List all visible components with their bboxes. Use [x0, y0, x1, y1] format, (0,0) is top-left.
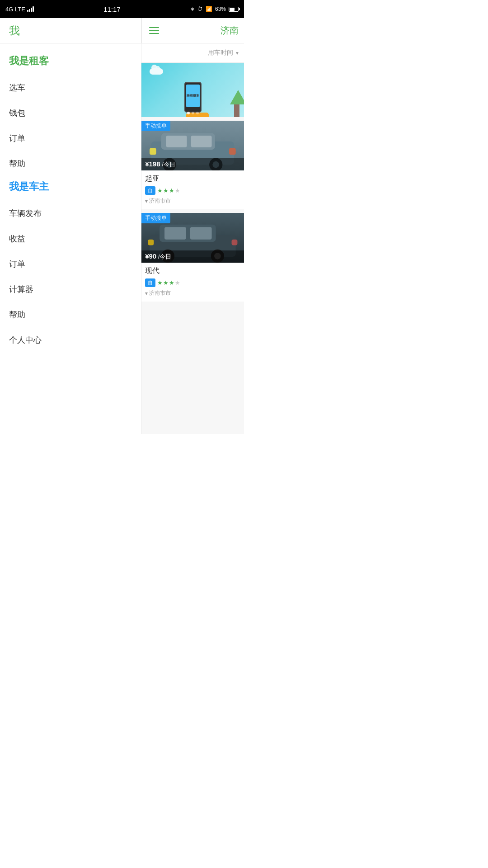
- car-name-2: 现代: [145, 266, 240, 276]
- stars-1: ★ ★ ★ ★: [157, 187, 180, 194]
- banner[interactable]: 联联拼车: [141, 63, 244, 117]
- top-bar-right[interactable]: 济南: [141, 18, 244, 43]
- status-right: ∗ ⏱ 📶 63%: [190, 6, 239, 12]
- sidebar: 我是租客 选车 钱包 订单 帮助 我是车主 车辆发布 收益 订单 计算器 帮助 …: [0, 43, 141, 434]
- svg-rect-12: [164, 227, 186, 240]
- svg-rect-13: [190, 227, 212, 240]
- car-price-2: ¥90: [145, 252, 156, 260]
- car-info-2: 现代 自 ★ ★ ★ ★ ▾ 济南市市: [141, 263, 244, 302]
- car-price-unit-2: /今日: [158, 253, 172, 260]
- menu-icon[interactable]: [149, 27, 159, 34]
- hamburger-line-3: [149, 33, 159, 34]
- car-image-2: 手动接单 ¥90 /今日: [141, 213, 244, 263]
- renter-section-title: 我是租客: [0, 51, 141, 75]
- menu-item-dingdan-owner[interactable]: 订单: [0, 251, 141, 277]
- hamburger-line-1: [149, 27, 159, 28]
- chevron-down-icon: ▼: [235, 51, 239, 56]
- menu-item-shouyi[interactable]: 收益: [0, 226, 141, 251]
- status-time: 11:17: [103, 5, 121, 13]
- top-bar-left: 我: [0, 24, 141, 38]
- svg-rect-8: [150, 148, 156, 155]
- owner-section-title: 我是车主: [0, 176, 141, 201]
- page-title: 我: [9, 24, 20, 37]
- car-card-2[interactable]: 手动接单 ¥90 /今日 现代 自 ★ ★ ★ ★: [141, 213, 244, 302]
- location-pin-icon-1: ▾: [145, 198, 148, 204]
- car-info-1: 起亚 自 ★ ★ ★ ★ ▾ 济南市市: [141, 170, 244, 209]
- car-location-text-1: 济南市市: [149, 197, 171, 205]
- svg-rect-2: [166, 136, 187, 147]
- time-filter[interactable]: 用车时间 ▼: [141, 43, 244, 63]
- city-label[interactable]: 济南: [221, 24, 239, 37]
- menu-item-xuanche[interactable]: 选车: [0, 75, 141, 100]
- menu-item-jisuanqi[interactable]: 计算器: [0, 277, 141, 302]
- signal-icon: [27, 6, 34, 12]
- bluetooth-icon: ∗: [190, 6, 195, 12]
- stars-2: ★ ★ ★ ★: [157, 279, 180, 286]
- price-overlay-1: ¥198 /今日: [141, 158, 244, 170]
- car-name-1: 起亚: [145, 174, 240, 184]
- car-location-2: ▾ 济南市市: [145, 289, 240, 297]
- car-tags-1: 自 ★ ★ ★ ★: [145, 186, 240, 195]
- svg-rect-3: [191, 136, 212, 147]
- status-left: 4G LTE: [5, 6, 34, 13]
- menu-item-cheliangfabu[interactable]: 车辆发布: [0, 201, 141, 226]
- location-pin-icon-2: ▾: [145, 290, 148, 297]
- menu-item-bangzhu-owner[interactable]: 帮助: [0, 302, 141, 327]
- time-filter-label[interactable]: 用车时间: [208, 49, 233, 56]
- car-card-1[interactable]: 手动接单 ¥198 /今日 起亚 自 ★ ★ ★ ★: [141, 121, 244, 209]
- svg-rect-19: [232, 240, 238, 245]
- menu-item-qianbao[interactable]: 钱包: [0, 100, 141, 126]
- status-bar: 4G LTE 11:17 ∗ ⏱ 📶 63%: [0, 0, 244, 18]
- alarm-icon: ⏱: [197, 6, 203, 12]
- car-price-1: ¥198: [145, 160, 160, 168]
- main-content: 我是租客 选车 钱包 订单 帮助 我是车主 车辆发布 收益 订单 计算器 帮助 …: [0, 43, 244, 434]
- car-image-1: 手动接单 ¥198 /今日: [141, 121, 244, 170]
- transmission-tag-1: 自: [145, 186, 155, 195]
- price-overlay-2: ¥90 /今日: [141, 250, 244, 263]
- top-bar: 我 济南: [0, 18, 244, 43]
- car-tags-2: 自 ★ ★ ★ ★: [145, 278, 240, 287]
- transmission-tag-2: 自: [145, 278, 155, 287]
- banner-logo: 联联拼车: [187, 94, 199, 98]
- svg-rect-18: [148, 240, 154, 245]
- car-price-unit-1: /今日: [162, 161, 175, 168]
- menu-item-gerenzhongxin[interactable]: 个人中心: [0, 327, 141, 353]
- battery-icon: [229, 7, 239, 12]
- wifi-icon: 📶: [206, 6, 212, 12]
- content-panel: 用车时间 ▼: [141, 43, 244, 434]
- car-location-1: ▾ 济南市市: [145, 197, 240, 205]
- banner-content: 联联拼车: [141, 63, 244, 117]
- svg-rect-9: [229, 148, 236, 155]
- carrier-label: 4G LTE: [5, 6, 25, 13]
- menu-item-bangzhu-renter[interactable]: 帮助: [0, 151, 141, 176]
- manual-badge-2: 手动接单: [141, 213, 170, 223]
- car-location-text-2: 济南市市: [149, 289, 171, 297]
- menu-item-dingdan-renter[interactable]: 订单: [0, 126, 141, 151]
- manual-badge-1: 手动接单: [141, 121, 170, 131]
- hamburger-line-2: [149, 30, 159, 31]
- battery-percent: 63%: [215, 6, 226, 12]
